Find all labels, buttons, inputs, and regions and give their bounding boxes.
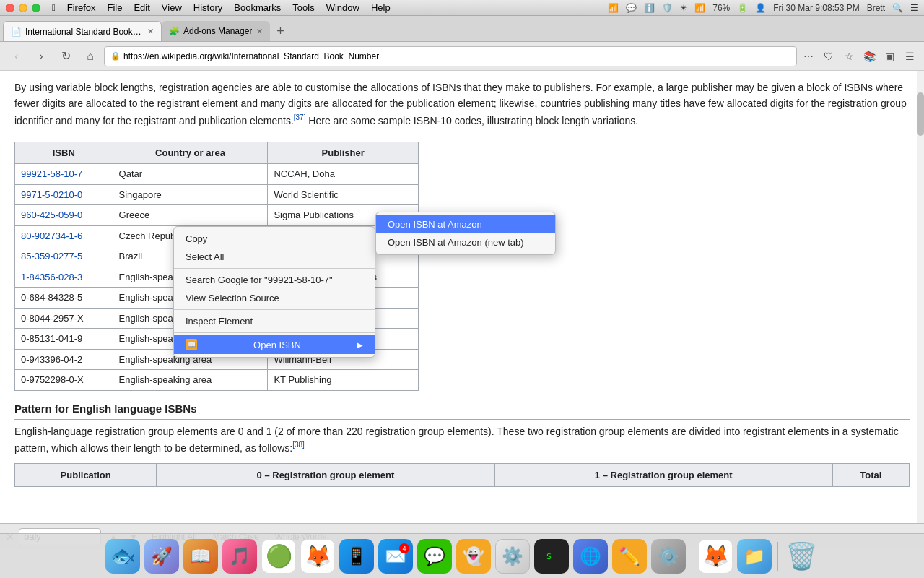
open-isbn-label: Open ISBN bbox=[253, 340, 301, 350]
close-button[interactable] bbox=[6, 4, 14, 12]
ref-38: [38] bbox=[292, 441, 305, 449]
dock-separator bbox=[692, 542, 692, 571]
dock-cyberghost[interactable]: 👻 bbox=[456, 539, 491, 574]
dock-reading[interactable]: 📖 bbox=[183, 539, 218, 574]
dock-finder[interactable]: 🐟 bbox=[105, 539, 140, 574]
submenu-open-isbn: Open ISBN at Amazon Open ISBN at Amazon … bbox=[375, 212, 556, 255]
context-menu-copy[interactable]: Copy bbox=[174, 230, 375, 248]
ref-37: [37] bbox=[294, 113, 306, 121]
search-icon[interactable]: 🔍 bbox=[892, 3, 903, 13]
dock-firefox[interactable]: 🦊 bbox=[300, 539, 335, 574]
syspref-icon: ⚙️ bbox=[658, 546, 679, 566]
dock-trash[interactable]: 🗑️ bbox=[784, 539, 819, 574]
context-menu-search-google[interactable]: Search Google for "99921-58-10-7" bbox=[174, 271, 375, 289]
dock-mail[interactable]: ✉️4 bbox=[378, 539, 413, 574]
dock-chrome[interactable]: 🟢 bbox=[261, 539, 296, 574]
context-menu-inspect[interactable]: Inspect Element bbox=[174, 312, 375, 330]
context-menu-view-source[interactable]: View Selection Source bbox=[174, 289, 375, 307]
table-row: 0-9752298-0-X English-speaking area KT P… bbox=[15, 370, 419, 391]
tab-close-addons[interactable]: ✕ bbox=[256, 27, 263, 36]
submenu-arrow: ▶ bbox=[357, 341, 363, 349]
everweb-icon: 🌐 bbox=[580, 546, 601, 566]
sketch-icon: ✏️ bbox=[619, 546, 640, 566]
reload-button[interactable]: ↻ bbox=[55, 46, 77, 66]
dock-launchpad[interactable]: 🚀 bbox=[144, 539, 179, 574]
minimize-button[interactable] bbox=[19, 4, 27, 12]
new-tab-button[interactable]: + bbox=[270, 21, 290, 41]
dock-sketch[interactable]: ✏️ bbox=[612, 539, 647, 574]
menu-help[interactable]: Help bbox=[365, 2, 396, 13]
menu-firefox[interactable]: Firefox bbox=[61, 2, 102, 13]
mail-icon: ✉️4 bbox=[385, 546, 406, 566]
scrollbar[interactable] bbox=[917, 71, 924, 549]
tab-close-wikipedia[interactable]: ✕ bbox=[147, 27, 154, 36]
dock-firefox2[interactable]: 🦊 bbox=[698, 539, 733, 574]
menu-icon[interactable]: ☰ bbox=[910, 3, 918, 13]
isbn-link[interactable]: 960-425-059-0 bbox=[21, 210, 82, 220]
terminal-icon: $_ bbox=[546, 551, 557, 561]
menu-bookmarks[interactable]: Bookmarks bbox=[228, 2, 287, 13]
finder2-icon: 📁 bbox=[744, 546, 765, 566]
dock-terminal[interactable]: $_ bbox=[534, 539, 569, 574]
dock: 🐟 🚀 📖 🎵 🟢 🦊 📱 ✉️4 💬 👻 ⚙️ $_ 🌐 ✏️ ⚙️ � bbox=[0, 533, 924, 578]
table-row: 9971-5-0210-0 Singapore World Scientific bbox=[15, 184, 419, 205]
table-row: 99921-58-10-7 Qatar NCCAH, Doha bbox=[15, 164, 419, 185]
dock-syspref[interactable]: ⚙️ bbox=[651, 539, 686, 574]
menu-edit[interactable]: Edit bbox=[128, 2, 155, 13]
dock-appstore[interactable]: 📱 bbox=[339, 539, 374, 574]
submenu-open-amazon[interactable]: Open ISBN at Amazon bbox=[376, 215, 555, 233]
forward-button[interactable]: › bbox=[30, 46, 52, 66]
address-bar[interactable]: 🔒 https://en.wikipedia.org/wiki/Internat… bbox=[104, 46, 797, 66]
tab-addons[interactable]: 🧩 Add-ons Manager ✕ bbox=[162, 21, 270, 41]
dock-finder2[interactable]: 📁 bbox=[737, 539, 772, 574]
chrome-icon: 🟢 bbox=[266, 543, 292, 569]
menu-tools[interactable]: Tools bbox=[287, 2, 320, 13]
isbn-link[interactable]: 80-902734-1-6 bbox=[21, 230, 82, 241]
dock-everweb[interactable]: 🌐 bbox=[573, 539, 608, 574]
menu-window[interactable]: Window bbox=[321, 2, 365, 13]
title-bar:  Firefox File Edit View History Bookmar… bbox=[0, 0, 924, 16]
system-status: 📶 💬 ℹ️ 🛡️ ✴ 📶 76% 🔋 👤 Fri 30 Mar 9:08:53… bbox=[608, 3, 918, 13]
traffic-lights[interactable] bbox=[6, 4, 40, 12]
url-text: https://en.wikipedia.org/wiki/Internatio… bbox=[123, 51, 790, 61]
sidebar-icon[interactable]: ▣ bbox=[881, 48, 898, 65]
overflow-icon[interactable]: ☰ bbox=[901, 48, 918, 65]
isbn-link[interactable]: 9971-5-0210-0 bbox=[21, 189, 82, 200]
context-menu-open-isbn[interactable]: 📖 Open ISBN ▶ bbox=[174, 335, 375, 354]
context-menu-select-all[interactable]: Select All bbox=[174, 248, 375, 266]
shield-icon[interactable]: 🛡 bbox=[820, 48, 837, 65]
scrollbar-thumb[interactable] bbox=[917, 92, 924, 136]
home-button[interactable]: ⌂ bbox=[79, 46, 101, 66]
dock-itunes[interactable]: 🎵 bbox=[222, 539, 257, 574]
menu-history[interactable]: History bbox=[188, 2, 228, 13]
star-icon[interactable]: ☆ bbox=[840, 48, 858, 65]
dock-scripts[interactable]: ⚙️ bbox=[495, 539, 530, 574]
section-paragraph: English-language registration group elem… bbox=[14, 424, 910, 456]
menu-file[interactable]: File bbox=[101, 2, 128, 13]
secure-icon: 🔒 bbox=[110, 51, 121, 61]
toolbar: ‹ › ↻ ⌂ 🔒 https://en.wikipedia.org/wiki/… bbox=[0, 42, 924, 71]
info-icon: ℹ️ bbox=[644, 3, 655, 13]
maximize-button[interactable] bbox=[32, 4, 40, 12]
isbn-link[interactable]: 99921-58-10-7 bbox=[21, 168, 82, 179]
isbn-link[interactable]: 85-359-0277-5 bbox=[21, 251, 82, 262]
menu-view[interactable]: View bbox=[156, 2, 188, 13]
datetime: Fri 30 Mar 9:08:53 PM bbox=[773, 3, 859, 13]
user-icon: 👤 bbox=[755, 3, 766, 13]
cyberghost-icon: 👻 bbox=[463, 546, 484, 566]
bookmark-icon[interactable]: ⋯ bbox=[800, 48, 817, 65]
dock-wechat[interactable]: 💬 bbox=[417, 539, 452, 574]
context-menu: Copy Select All Search Google for "99921… bbox=[173, 226, 375, 358]
apple-menu[interactable]:  bbox=[46, 2, 61, 13]
tab-wikipedia[interactable]: 📄 International Standard Book Nu ✕ bbox=[3, 21, 162, 41]
library-icon[interactable]: 📚 bbox=[860, 48, 878, 65]
back-button[interactable]: ‹ bbox=[6, 46, 27, 66]
tab-favicon-wikipedia: 📄 bbox=[11, 27, 21, 37]
tab-favicon-addons: 🧩 bbox=[169, 26, 179, 36]
isbn-link[interactable]: 1-84356-028-3 bbox=[21, 272, 82, 282]
col-country: Country or area bbox=[113, 142, 268, 164]
submenu-open-amazon-newtab[interactable]: Open ISBN at Amazon (new tab) bbox=[376, 233, 555, 251]
toolbar-right: ⋯ 🛡 ☆ 📚 ▣ ☰ bbox=[800, 48, 918, 65]
appstore-icon: 📱 bbox=[346, 546, 367, 566]
battery-status: 76% bbox=[712, 3, 730, 13]
